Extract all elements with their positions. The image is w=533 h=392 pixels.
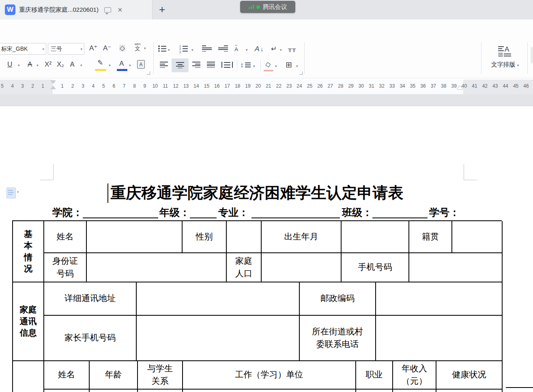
member-row-cell[interactable] [436, 390, 503, 392]
subscript-icon[interactable]: X₂ [57, 61, 64, 68]
text-layout-button[interactable]: A 文字排版 ▾ [489, 42, 521, 75]
field-postcode[interactable] [376, 282, 503, 316]
numbered-list-icon[interactable]: 1 2 3 [179, 45, 181, 54]
highlight-dropdown-icon[interactable]: ▾ [109, 63, 111, 67]
group-family-members [13, 361, 44, 392]
sort-arrow-icon: ↓ [260, 45, 264, 52]
align-left-icon[interactable] [160, 62, 168, 68]
ruler-number: 41 [469, 83, 479, 89]
ruler-left-numbers: 54321 [0, 83, 48, 89]
pinyin-guide-icon[interactable]: wén 文 [132, 43, 143, 51]
text-layout-dropdown-icon: ▾ [517, 63, 519, 67]
ruler-number: 34 [397, 83, 407, 89]
font-group-launcher[interactable] [147, 71, 150, 75]
underline-icon[interactable]: U [7, 61, 12, 68]
line-spacing-arrow-icon[interactable]: ↕ [240, 62, 244, 69]
group-basic-info: 基 本 情 况 [13, 221, 44, 282]
ruler-number: 5 [0, 83, 7, 89]
ruler-number: 2 [67, 83, 77, 89]
font-size-combo[interactable]: 三号 ▾ [48, 43, 84, 55]
superscript-icon[interactable]: X² [45, 61, 52, 68]
highlight-icon[interactable]: ✎ [97, 59, 103, 66]
font-color-dropdown-icon[interactable]: ▾ [129, 63, 131, 67]
underline-dropdown-icon[interactable]: ▾ [18, 63, 20, 67]
decrease-font-icon[interactable]: A⁻ [103, 45, 111, 52]
info-college-blank[interactable] [83, 218, 158, 218]
first-line-indent-marker[interactable] [50, 80, 56, 84]
borders-icon[interactable]: ⊞ [286, 61, 292, 69]
info-student-id-label: 学号： [429, 206, 460, 219]
new-tab-button[interactable]: + [159, 3, 165, 15]
clear-format-icon[interactable]: ◇ [119, 45, 125, 52]
right-indent-marker[interactable] [457, 86, 463, 89]
numbered-list-dropdown-icon[interactable]: ▾ [191, 48, 193, 52]
character-scale-icon[interactable]: ↔ A [234, 43, 238, 52]
field-id-number[interactable] [87, 253, 227, 282]
label-birth: 出生年月 [262, 221, 342, 253]
highlight-color-bar [95, 69, 106, 71]
member-row-cell[interactable] [138, 390, 183, 392]
decrease-indent-icon[interactable] [202, 45, 212, 52]
sort-icon[interactable]: A [255, 45, 259, 52]
tencent-meeting-pill[interactable]: 腾讯会议 [240, 1, 295, 13]
line-spacing-dropdown-icon[interactable]: ▾ [253, 64, 255, 68]
shading-dropdown-icon[interactable]: ▾ [275, 64, 277, 68]
strikethrough-dropdown-icon[interactable]: ▾ [37, 63, 39, 67]
font-name-dropdown-icon[interactable]: ▾ [41, 47, 46, 51]
shading-icon[interactable]: ◇ [264, 60, 271, 68]
distribute-icon[interactable] [221, 62, 233, 68]
paragraph-group-launcher[interactable] [299, 71, 303, 75]
info-class-blank[interactable] [372, 218, 428, 218]
document-page[interactable]: ▾ 重庆移通学院家庭经济困难学生认定申请表 学院： 年级： 专业： 班级： 学号… [0, 106, 533, 392]
member-row-cell[interactable] [356, 390, 393, 392]
info-grade-label: 年级： [159, 206, 190, 219]
increase-indent-icon[interactable] [218, 45, 228, 52]
align-center-selected[interactable] [172, 58, 189, 72]
field-origin[interactable] [452, 221, 503, 253]
field-birth[interactable] [342, 221, 409, 253]
info-grade-blank[interactable] [190, 218, 217, 218]
close-tab-icon[interactable]: × [118, 6, 123, 14]
member-row-cell[interactable] [183, 390, 356, 392]
ruler-number: 16 [212, 83, 222, 89]
pinyin-dropdown-icon[interactable]: ▾ [144, 46, 146, 50]
ruler-number: 6 [109, 83, 119, 89]
field-address[interactable] [137, 282, 300, 316]
text-effects-icon[interactable]: A [70, 61, 75, 68]
font-size-dropdown-icon[interactable]: ▾ [79, 47, 84, 51]
numbered-list-lines[interactable] [183, 45, 191, 52]
member-row-cell[interactable] [44, 390, 90, 392]
font-color-icon[interactable]: A [119, 60, 124, 67]
field-mobile[interactable] [409, 253, 503, 282]
justify-icon[interactable] [207, 62, 215, 68]
wrap-marks-dropdown-icon[interactable]: ▾ [280, 48, 282, 52]
field-gender[interactable] [227, 221, 262, 253]
strikethrough-icon[interactable]: A [28, 61, 32, 68]
horizontal-ruler[interactable]: 54321 1234567891011121314151617181920212… [0, 80, 533, 94]
margin-mark-topright-h [464, 180, 477, 180]
tab-ruler-icon[interactable]: ╥╥ [288, 45, 296, 52]
monitor-icon[interactable] [104, 7, 111, 13]
align-right-icon[interactable] [192, 62, 200, 68]
field-street-phone[interactable] [376, 316, 503, 361]
character-border-icon[interactable]: A [137, 60, 145, 69]
info-major-blank[interactable] [251, 218, 340, 218]
borders-dropdown-icon[interactable]: ▾ [296, 64, 298, 68]
line-spacing-icon[interactable] [245, 62, 251, 69]
document-tab[interactable]: W 重庆移通学院家庭...0220601) × [0, 0, 153, 19]
member-row-cell[interactable] [393, 390, 436, 392]
member-row-cell[interactable] [90, 390, 138, 392]
bullet-list-dropdown-icon[interactable]: ▾ [168, 48, 170, 52]
margin-mark-topright-v [464, 164, 464, 180]
wrap-marks-icon[interactable]: ↵ [271, 45, 277, 52]
clipped-toolbar-button[interactable] [531, 47, 533, 63]
text-effects-dropdown-icon[interactable]: ▾ [80, 63, 82, 67]
font-name-combo[interactable]: 标宋_GBK ▾ [0, 43, 46, 55]
hanging-indent-marker[interactable] [50, 86, 56, 89]
bullet-list-icon[interactable] [158, 45, 166, 52]
increase-font-icon[interactable]: A⁺ [89, 45, 97, 52]
field-family-size[interactable] [262, 253, 342, 282]
character-scale-dropdown-icon[interactable]: ▾ [246, 48, 248, 52]
field-parent-mobile[interactable] [137, 316, 300, 361]
field-name[interactable] [87, 221, 183, 253]
